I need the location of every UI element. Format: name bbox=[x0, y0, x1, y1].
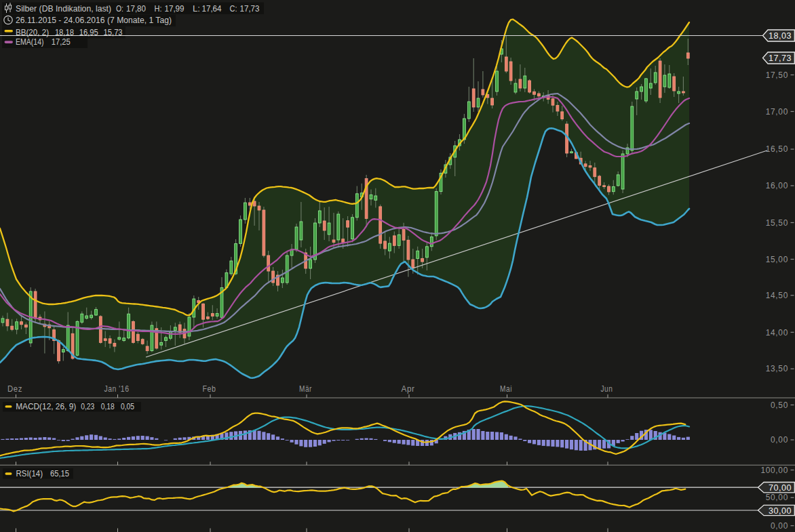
svg-text:100,00: 100,00 bbox=[760, 466, 788, 475]
svg-text:16,50: 16,50 bbox=[766, 144, 788, 154]
svg-text:0,23: 0,23 bbox=[81, 402, 94, 411]
svg-text:Mai: Mai bbox=[500, 384, 512, 394]
svg-text:O:: O: bbox=[116, 4, 123, 14]
svg-text:15,00: 15,00 bbox=[766, 255, 788, 264]
svg-text:17,50: 17,50 bbox=[766, 70, 788, 80]
svg-text:17,00: 17,00 bbox=[766, 107, 788, 117]
svg-text:EMA(14): EMA(14) bbox=[16, 37, 44, 47]
svg-text:Feb: Feb bbox=[203, 384, 216, 394]
svg-text:0,00: 0,00 bbox=[771, 521, 788, 531]
svg-text:0,18: 0,18 bbox=[101, 402, 115, 411]
svg-text:16,00: 16,00 bbox=[766, 181, 788, 190]
svg-text:17,99: 17,99 bbox=[165, 4, 185, 14]
svg-text:Mär: Mär bbox=[299, 384, 312, 394]
svg-text:C:: C: bbox=[230, 4, 237, 14]
svg-text:50,00: 50,00 bbox=[766, 493, 788, 502]
svg-text:17,25: 17,25 bbox=[52, 37, 71, 47]
svg-text:30,00: 30,00 bbox=[769, 506, 792, 516]
svg-text:18,03: 18,03 bbox=[769, 31, 792, 41]
svg-text:65,15: 65,15 bbox=[50, 469, 69, 478]
svg-text:0,50: 0,50 bbox=[771, 401, 788, 410]
svg-text:MACD(12, 26, 9): MACD(12, 26, 9) bbox=[16, 402, 76, 411]
svg-text:Jun: Jun bbox=[601, 384, 613, 394]
svg-text:L:: L: bbox=[193, 4, 200, 14]
svg-text:14,50: 14,50 bbox=[766, 291, 788, 300]
svg-text:Jan '16: Jan '16 bbox=[104, 384, 130, 394]
svg-text:0,05: 0,05 bbox=[121, 402, 134, 411]
svg-text:Dez: Dez bbox=[7, 384, 22, 394]
svg-text:Apr: Apr bbox=[402, 384, 415, 394]
svg-text:H:: H: bbox=[155, 4, 162, 14]
svg-text:17,64: 17,64 bbox=[202, 4, 222, 14]
svg-text:0,00: 0,00 bbox=[771, 435, 788, 445]
svg-text:70,00: 70,00 bbox=[769, 483, 792, 493]
svg-text:17,73: 17,73 bbox=[240, 4, 260, 14]
svg-text:RSI(14): RSI(14) bbox=[16, 469, 43, 478]
svg-text:17,73: 17,73 bbox=[769, 54, 792, 63]
svg-text:17,80: 17,80 bbox=[126, 4, 146, 14]
svg-text:26.11.2015 - 24.06.2016 (7 Mon: 26.11.2015 - 24.06.2016 (7 Monate, 1 Tag… bbox=[16, 16, 172, 25]
svg-text:13,50: 13,50 bbox=[766, 364, 788, 373]
svg-text:Silber (DB Indikation, last): Silber (DB Indikation, last) bbox=[16, 4, 111, 14]
svg-text:14,00: 14,00 bbox=[766, 328, 788, 337]
svg-text:15,50: 15,50 bbox=[766, 218, 788, 228]
